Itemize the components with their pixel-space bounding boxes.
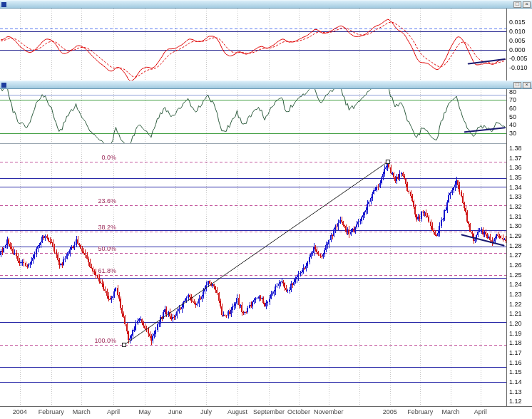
panel-icon	[1, 83, 6, 88]
rsi-panel-titlebar[interactable]: □ ×	[0, 81, 532, 89]
close-icon[interactable]: ×	[523, 1, 531, 8]
trading-chart-window: □ × □ × 0.0150.0100.0050.000-0.005-0.010…	[0, 0, 532, 419]
macd-panel-titlebar[interactable]: □ ×	[0, 0, 532, 9]
panel-icon	[1, 2, 6, 7]
chart-plot-canvas[interactable]	[0, 0, 532, 419]
close-icon[interactable]: ×	[523, 82, 531, 88]
restore-icon[interactable]: □	[513, 1, 521, 8]
restore-icon[interactable]: □	[513, 82, 521, 88]
